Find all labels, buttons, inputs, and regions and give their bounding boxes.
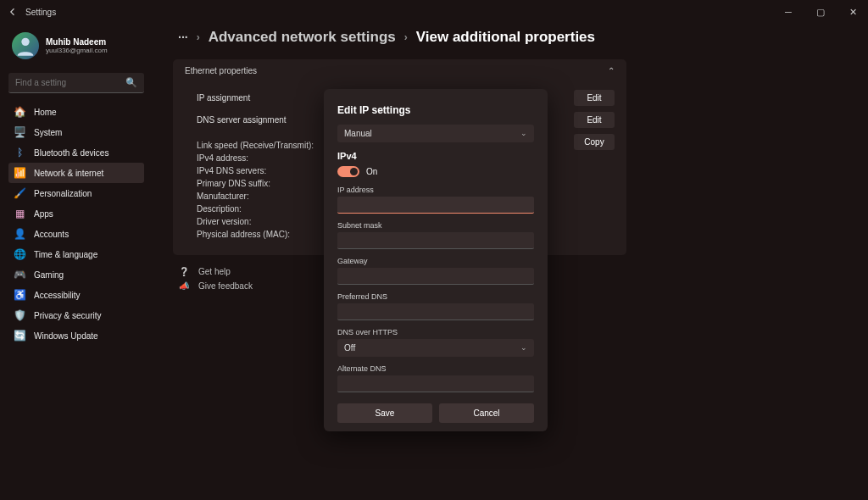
- dns-over-https-label: DNS over HTTPS: [337, 328, 534, 336]
- breadcrumb-level1[interactable]: Advanced network settings: [209, 29, 396, 46]
- nav-list: 🏠Home 🖥️System ᛒBluetooth & devices 📶Net…: [8, 102, 144, 346]
- prop-label-description: Description:: [197, 203, 314, 215]
- chevron-down-icon: ⌄: [520, 343, 527, 352]
- system-icon: 🖥️: [14, 126, 25, 138]
- ip-mode-dropdown[interactable]: Manual ⌄: [337, 125, 534, 142]
- ipv4-toggle[interactable]: [337, 166, 359, 177]
- feedback-icon: 📣: [178, 281, 190, 291]
- prop-label-mac: Physical address (MAC):: [197, 228, 314, 241]
- chevron-right-icon: ›: [404, 31, 408, 43]
- gamepad-icon: 🎮: [14, 269, 25, 281]
- close-icon[interactable]: ✕: [844, 7, 861, 18]
- sidebar: Muhib Nadeem yuul336@gmail.com 🔍 🏠Home 🖥…: [0, 24, 153, 500]
- search-input[interactable]: [8, 73, 144, 93]
- search-box: 🔍: [8, 73, 144, 93]
- maximize-icon[interactable]: ▢: [812, 7, 829, 18]
- sidebar-item-label: System: [34, 128, 62, 137]
- subnet-mask-label: Subnet mask: [337, 221, 534, 230]
- copy-button[interactable]: Copy: [574, 134, 615, 150]
- sidebar-item-accessibility[interactable]: ♿Accessibility: [8, 285, 144, 305]
- profile-block[interactable]: Muhib Nadeem yuul336@gmail.com: [8, 29, 144, 63]
- panel-header[interactable]: Ethernet properties ⌃: [173, 59, 626, 82]
- sidebar-item-label: Personalization: [34, 189, 92, 198]
- chevron-up-icon: ⌃: [608, 66, 615, 75]
- alternate-dns-label: Alternate DNS: [337, 364, 534, 373]
- titlebar: Settings ─ ▢ ✕: [0, 0, 868, 24]
- prop-label-ipv4-address: IPv4 address:: [197, 152, 314, 164]
- sidebar-item-label: Home: [34, 108, 57, 117]
- help-icon: ❔: [178, 267, 190, 276]
- chevron-down-icon: ⌄: [520, 129, 527, 137]
- sidebar-item-apps[interactable]: ▦Apps: [8, 203, 144, 224]
- sidebar-item-label: Windows Update: [34, 331, 98, 341]
- back-icon[interactable]: [7, 6, 19, 18]
- property-label: DNS server assignment: [197, 115, 287, 125]
- breadcrumb-level2: View additional properties: [416, 29, 595, 46]
- save-button[interactable]: Save: [337, 403, 432, 423]
- preferred-dns-input[interactable]: [337, 303, 534, 320]
- profile-name: Muhib Nadeem: [46, 37, 108, 47]
- dropdown-value: Off: [344, 343, 355, 353]
- sidebar-item-privacy[interactable]: 🛡️Privacy & security: [8, 305, 144, 325]
- breadcrumb: ··· › Advanced network settings › View a…: [178, 29, 848, 46]
- sidebar-item-label: Bluetooth & devices: [34, 148, 108, 158]
- sidebar-item-system[interactable]: 🖥️System: [8, 122, 144, 142]
- edit-button[interactable]: Edit: [574, 112, 615, 128]
- prop-label-manufacturer: Manufacturer:: [197, 190, 314, 203]
- person-icon: 👤: [14, 228, 25, 240]
- window-title: Settings: [25, 8, 56, 17]
- profile-email: yuul336@gmail.com: [46, 47, 108, 54]
- sidebar-item-personalization[interactable]: 🖌️Personalization: [8, 183, 144, 203]
- bluetooth-icon: ᛒ: [14, 147, 25, 158]
- sidebar-item-accounts[interactable]: 👤Accounts: [8, 224, 144, 244]
- property-label: IP assignment: [197, 93, 250, 103]
- preferred-dns-label: Preferred DNS: [337, 292, 534, 301]
- alternate-dns-input[interactable]: [337, 375, 534, 392]
- ip-address-input[interactable]: [337, 197, 534, 214]
- dns-over-https-dropdown[interactable]: Off ⌄: [337, 339, 534, 357]
- brush-icon: 🖌️: [14, 187, 25, 199]
- svg-point-0: [21, 38, 29, 46]
- ipv4-heading: IPv4: [337, 151, 534, 161]
- dialog-title: Edit IP settings: [337, 104, 534, 116]
- sidebar-item-label: Accessibility: [34, 291, 80, 300]
- toggle-label: On: [366, 167, 377, 176]
- gateway-label: Gateway: [337, 257, 534, 265]
- sidebar-item-label: Time & language: [34, 250, 97, 259]
- apps-icon: ▦: [14, 208, 25, 219]
- cancel-button[interactable]: Cancel: [439, 403, 534, 423]
- update-icon: 🔄: [14, 330, 25, 342]
- sidebar-item-time[interactable]: 🌐Time & language: [8, 244, 144, 264]
- accessibility-icon: ♿: [14, 289, 25, 301]
- edit-button[interactable]: Edit: [574, 90, 615, 106]
- sidebar-item-label: Privacy & security: [34, 311, 101, 320]
- prop-label-primary-dns-suffix: Primary DNS suffix:: [197, 177, 314, 190]
- prop-label-ipv4-dns: IPv4 DNS servers:: [197, 164, 314, 177]
- help-link-label: Give feedback: [198, 281, 253, 291]
- property-list: Link speed (Receive/Transmit): IPv4 addr…: [197, 139, 314, 241]
- sidebar-item-network[interactable]: 📶Network & internet: [8, 163, 144, 183]
- avatar: [12, 32, 39, 59]
- edit-ip-dialog: Edit IP settings Manual ⌄ IPv4 On IP add…: [324, 89, 548, 431]
- sidebar-item-bluetooth[interactable]: ᛒBluetooth & devices: [8, 142, 144, 163]
- shield-icon: 🛡️: [14, 309, 25, 321]
- help-link-label: Get help: [198, 267, 231, 276]
- wifi-icon: 📶: [14, 167, 25, 179]
- chevron-right-icon: ›: [197, 31, 200, 43]
- sidebar-item-home[interactable]: 🏠Home: [8, 102, 144, 122]
- home-icon: 🏠: [14, 106, 25, 118]
- sidebar-item-gaming[interactable]: 🎮Gaming: [8, 264, 144, 285]
- sidebar-item-label: Apps: [34, 209, 53, 219]
- minimize-icon[interactable]: ─: [780, 7, 797, 18]
- search-icon[interactable]: 🔍: [125, 77, 137, 88]
- globe-icon: 🌐: [14, 248, 25, 260]
- subnet-mask-input[interactable]: [337, 232, 534, 249]
- breadcrumb-overflow[interactable]: ···: [178, 31, 188, 44]
- dropdown-value: Manual: [344, 129, 372, 138]
- sidebar-item-label: Network & internet: [34, 169, 103, 178]
- sidebar-item-update[interactable]: 🔄Windows Update: [8, 325, 144, 346]
- sidebar-item-label: Gaming: [34, 270, 64, 280]
- ip-address-label: IP address: [337, 186, 534, 194]
- prop-label-link-speed: Link speed (Receive/Transmit):: [197, 139, 314, 152]
- gateway-input[interactable]: [337, 268, 534, 285]
